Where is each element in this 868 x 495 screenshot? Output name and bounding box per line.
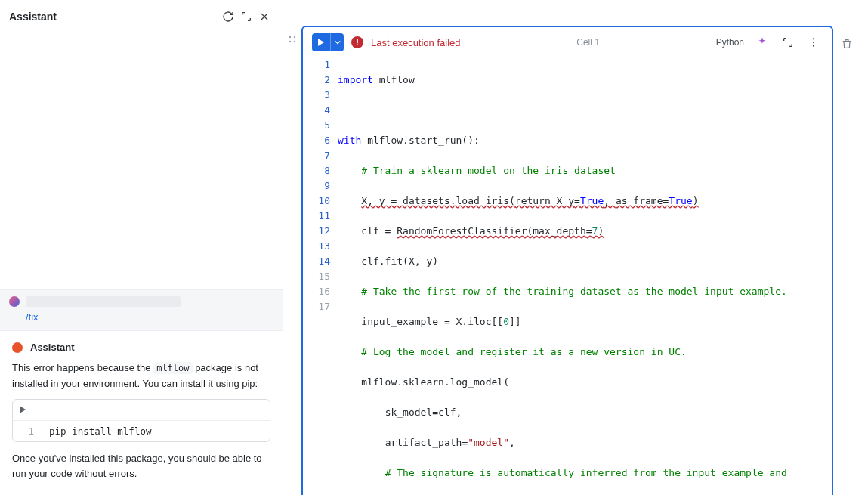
drag-handle-icon[interactable] (288, 35, 297, 46)
assistant-para-1: This error happens because the mlflow pa… (12, 360, 270, 391)
assistant-para-2: Once you've installed this package, you … (12, 451, 270, 481)
assistant-header: Assistant (0, 0, 283, 32)
code-line: pip install mlflow (49, 425, 151, 437)
code-cell: ! Last execution failed Cell 1 Python 1 … (301, 26, 833, 495)
run-dropdown-icon[interactable] (330, 33, 344, 51)
refresh-icon[interactable] (219, 8, 237, 26)
sparkle-icon[interactable] (753, 33, 771, 51)
svg-point-4 (813, 38, 814, 39)
svg-point-1 (294, 36, 295, 38)
assistant-avatar (12, 342, 23, 353)
inline-code-mlflow: mlflow (153, 362, 192, 374)
expand-cell-icon[interactable] (779, 33, 797, 51)
error-badge-icon: ! (351, 36, 363, 48)
svg-point-6 (813, 45, 814, 47)
assistant-title: Assistant (9, 11, 219, 23)
code-suggestion-card: 1pip install mlflow (12, 399, 270, 442)
assistant-panel: Assistant /fix Assistant This error (0, 0, 283, 495)
language-selector[interactable]: Python (716, 37, 744, 48)
svg-point-0 (289, 36, 291, 38)
execution-status: Last execution failed (371, 37, 461, 48)
svg-point-5 (813, 42, 814, 43)
assistant-name: Assistant (30, 342, 75, 353)
user-avatar (9, 296, 20, 307)
code-content[interactable]: import mlflow with mlflow.start_run(): #… (338, 57, 832, 495)
assistant-message: Assistant This error happens because the… (0, 331, 283, 495)
run-button[interactable] (312, 33, 344, 51)
svg-point-3 (294, 41, 295, 42)
notebook-area: ! Last execution failed Cell 1 Python 1 … (283, 0, 868, 495)
gutter: 1 2 3 4 5 6 7 8 9 10 11 12 13 14 15 16 1… (303, 57, 338, 495)
cell-toolbar: ! Last execution failed Cell 1 Python (303, 27, 832, 56)
play-icon[interactable] (19, 404, 26, 416)
user-name-redacted (26, 296, 181, 307)
cell-label: Cell 1 (576, 37, 600, 48)
trash-icon[interactable] (838, 35, 856, 53)
line-number: 1 (13, 425, 49, 437)
close-icon[interactable] (255, 8, 273, 26)
svg-point-2 (289, 41, 291, 42)
slash-command: /fix (26, 311, 273, 323)
kebab-menu-icon[interactable] (805, 33, 823, 51)
expand-icon[interactable] (237, 8, 255, 26)
chat-body: /fix Assistant This error happens becaus… (0, 32, 283, 495)
code-editor[interactable]: 1 2 3 4 5 6 7 8 9 10 11 12 13 14 15 16 1… (303, 56, 832, 495)
user-message: /fix (0, 289, 283, 331)
